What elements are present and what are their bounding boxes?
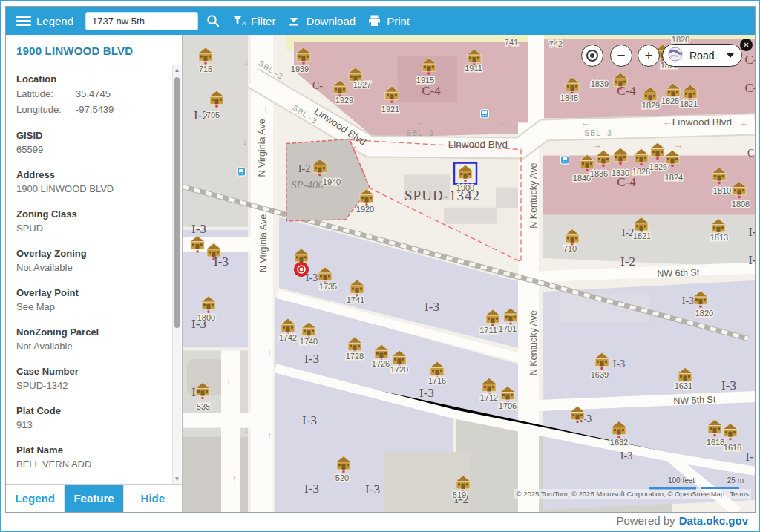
road-direction-arrow: ↑ [267, 430, 272, 441]
road-direction-arrow: ↓ [244, 424, 249, 435]
zone-label: C- [745, 53, 755, 67]
field: GISID65599 [16, 129, 163, 157]
house-number-label: 1701 [499, 324, 517, 333]
scale-bar: 100 feet 25 m [647, 476, 744, 485]
field: Plat Code913 [16, 404, 163, 432]
chevron-down-icon [727, 53, 734, 58]
road-direction-arrow: ↓ [244, 56, 249, 67]
download-button[interactable]: Download [287, 14, 356, 27]
road-direction-arrow: ↑ [232, 473, 238, 484]
zone-label: I-3 [302, 413, 317, 427]
panel-title: 1900 LINWOOD BLVD [6, 35, 182, 65]
field-value: 65599 [16, 142, 163, 157]
house-number-label: 710 [563, 244, 577, 253]
field: LocationLatitude:35.4745Longitude:-97.54… [16, 73, 163, 117]
road-direction-arrow: ↓ [243, 136, 248, 147]
field-value: Not Available [16, 339, 163, 353]
house-number-label: 1728 [346, 352, 364, 361]
legend-menu-button[interactable]: Legend [16, 15, 73, 27]
zone-label: C- [312, 80, 323, 91]
field: Overlay ZoningNot Available [16, 247, 163, 275]
locate-icon [586, 50, 598, 62]
road-direction-arrow: ↑ [264, 218, 269, 229]
search-result-pin[interactable] [295, 262, 309, 276]
data-okc-gov-link[interactable]: Data.okc.gov [679, 514, 748, 527]
zone-label: I-3 [304, 352, 319, 366]
tab-feature[interactable]: Feature [65, 485, 123, 512]
search-input[interactable] [85, 12, 198, 30]
zoom-out-button[interactable]: − [610, 45, 632, 67]
map-pane[interactable]: Linwood BlvdLinwood BlvdLinwood BlvdN Vi… [183, 35, 755, 512]
house-number-label: 1631 [675, 381, 692, 390]
scroll-down-arrow[interactable]: ▼ [173, 476, 181, 482]
selected-house-marker[interactable]: 1900 [454, 163, 476, 192]
house-marker[interactable]: 715 [198, 47, 213, 73]
filter-icon: A [232, 14, 246, 27]
zone-label: I- [748, 253, 755, 267]
locate-button[interactable] [581, 45, 603, 67]
house-number-label: 520 [335, 473, 349, 482]
print-button[interactable]: Print [367, 14, 410, 27]
house-number-label: 1929 [335, 96, 353, 105]
field-value: BELL VERN ADD [16, 457, 163, 471]
map-close-button[interactable]: ✕ [740, 39, 753, 51]
house-number-label: 1940 [323, 177, 341, 186]
field: Case NumberSPUD-1342 [16, 365, 163, 393]
field: Plat NameBELL VERN ADD [16, 444, 163, 471]
road-direction-arrow: → [592, 139, 602, 151]
house-number-label: 535 [197, 402, 210, 411]
field-label: Location [16, 73, 163, 86]
zoom-in-button[interactable]: + [638, 45, 660, 67]
map-attribution: © 2025 TomTom, © 2025 Microsoft Corporat… [514, 489, 752, 499]
street-label: Linwood Blvd [448, 139, 508, 150]
field-label: Plat Code [16, 404, 163, 418]
transit-stop-icon[interactable] [481, 110, 489, 118]
house-number-label: 1824 [665, 173, 683, 182]
transit-stop-icon[interactable] [561, 156, 569, 164]
zone-label: I-2 [298, 163, 310, 174]
house-number-label: 519 [453, 490, 466, 499]
road-direction-arrow: ← [663, 116, 672, 128]
field-list: ▲ ▼ LocationLatitude:35.4745Longitude:-9… [6, 65, 182, 484]
panel-scrollbar[interactable]: ▲ ▼ [172, 65, 181, 484]
toolbar: Legend A Filter Download [6, 7, 755, 35]
house-number-label: 1716 [428, 376, 446, 385]
road-direction-arrow: ↓ [226, 375, 232, 387]
house-number-label: 1915 [416, 76, 434, 85]
field-value: 1900 LINWOOD BLVD [16, 182, 163, 196]
legend-button-label: Legend [36, 15, 73, 27]
street-label: N Kentucky Ave [528, 163, 539, 229]
field: NonZoning ParcelNot Available [16, 326, 163, 353]
scroll-thumb[interactable] [174, 77, 180, 328]
map-application: Legend A Filter Download [5, 6, 756, 513]
road-direction-arrow: ← [499, 116, 508, 128]
field-row: Latitude:35.4745 [16, 86, 163, 102]
zone-label: I-3 [620, 450, 632, 462]
attribution-text: © 2025 TomTom, © 2025 Microsoft Corporat… [517, 490, 725, 498]
search-icon[interactable] [206, 13, 220, 28]
filter-button-label: Filter [251, 15, 275, 27]
road-direction-arrow: ↑ [267, 347, 272, 358]
house-number-label: 1618 [707, 438, 724, 447]
print-icon [367, 14, 381, 27]
tab-legend[interactable]: Legend [6, 485, 65, 512]
house-number-label: 1821 [680, 99, 698, 108]
house-number-label: 1726 [372, 359, 390, 368]
field-value: SPUD [16, 221, 163, 235]
basemap-label: Road [689, 50, 727, 62]
house-number-label: 1840 [573, 174, 591, 183]
transit-stop-icon[interactable] [238, 168, 246, 176]
tab-hide[interactable]: Hide [124, 485, 182, 512]
house-number-label: 1927 [353, 80, 371, 89]
scroll-up-arrow[interactable]: ▲ [173, 67, 181, 73]
content-row: 1900 LINWOOD BLVD ▲ ▼ LocationLatitude:3… [6, 35, 755, 512]
house-number-label: 1741 [347, 295, 364, 304]
zone-label: I-3 [682, 295, 694, 306]
house-number-label: 1825 [661, 96, 679, 105]
street-label: N Kentucky Ave [528, 310, 539, 375]
terms-link[interactable]: Terms [730, 490, 749, 498]
house-number-label: 1712 [480, 393, 498, 402]
filter-button[interactable]: A Filter [232, 14, 275, 27]
basemap-selector[interactable]: Road [662, 44, 742, 67]
house-number-label: 1616 [724, 443, 741, 452]
